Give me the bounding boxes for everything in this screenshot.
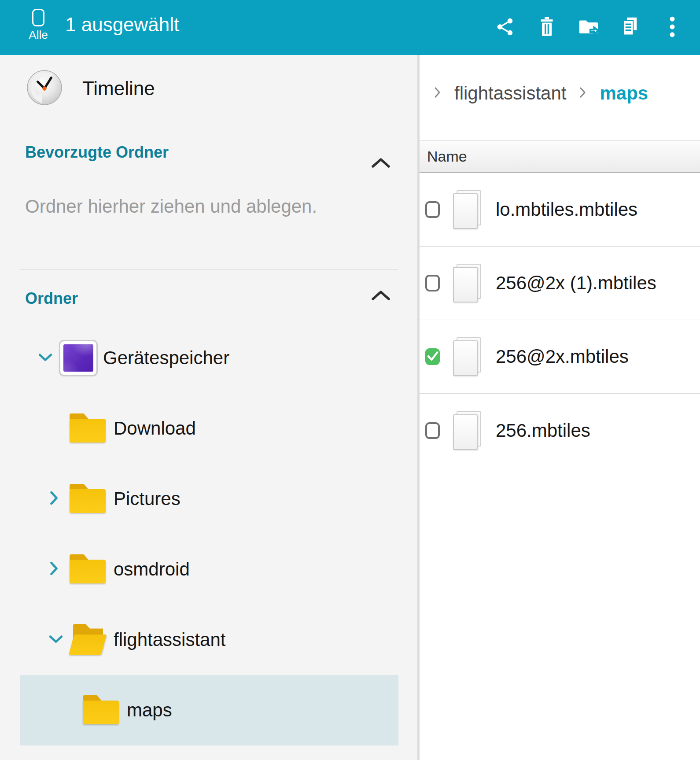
collapse-folders-button[interactable]: [371, 290, 391, 303]
file-icon: [453, 264, 481, 303]
sidebar: Timeline Bevorzugte Ordner Ordner hierhe…: [0, 55, 417, 760]
file-checkbox[interactable]: [425, 348, 440, 365]
move-button[interactable]: [576, 15, 601, 40]
file-checkbox[interactable]: [425, 422, 440, 439]
chevron-up-icon: [371, 295, 391, 303]
tree-item-ger-tespeicher[interactable]: Gerätespeicher: [0, 323, 417, 393]
folder-icon: [70, 484, 107, 514]
tree-item-osmdroid[interactable]: osmdroid: [0, 534, 417, 605]
folders-section-header: Ordner: [25, 289, 78, 308]
file-name: 256@2x.mbtiles: [496, 346, 629, 367]
chevron-right-icon[interactable]: [49, 562, 58, 577]
more-vertical-icon: [669, 16, 675, 39]
folder-icon: [83, 695, 120, 725]
tree-item-label: Gerätespeicher: [103, 347, 229, 369]
device-storage-icon: [59, 340, 98, 376]
chevron-down-icon[interactable]: [39, 353, 52, 363]
copy-button[interactable]: [618, 15, 643, 40]
file-name: 256.mbtiles: [496, 420, 590, 441]
sidebar-item-timeline[interactable]: Timeline: [26, 70, 155, 107]
file-name: lo.mbtiles.mbtiles: [496, 199, 637, 220]
tree-item-label: maps: [127, 700, 172, 721]
file-checkbox[interactable]: [425, 275, 440, 291]
collapse-favorites-button[interactable]: [371, 157, 391, 170]
breadcrumb-item[interactable]: maps: [600, 83, 648, 104]
device-screen: [63, 344, 93, 372]
breadcrumb-chevron-icon: [434, 86, 441, 100]
selected-row-highlight: [20, 675, 398, 745]
select-all-control[interactable]: Alle: [24, 9, 52, 42]
tree-item-pictures[interactable]: Pictures: [0, 464, 417, 534]
file-name: 256@2x (1).mbtiles: [496, 273, 656, 294]
favorites-section-header: Bevorzugte Ordner: [25, 143, 169, 162]
breadcrumb-chevron-icon: [579, 86, 586, 100]
folder-icon: [70, 554, 107, 584]
tree-item-maps[interactable]: maps: [0, 675, 417, 745]
file-icon: [453, 337, 481, 376]
selection-count-title: 1 ausgewählt: [65, 0, 179, 49]
file-checkbox[interactable]: [425, 201, 440, 218]
tree-item-label: osmdroid: [114, 559, 190, 580]
breadcrumb-item[interactable]: flightassistant: [454, 83, 566, 104]
file-icon: [453, 190, 481, 229]
breadcrumb: flightassistantmaps: [434, 81, 648, 106]
copy-icon: [620, 16, 641, 39]
my-files-app: Alle 1 ausgewählt: [0, 0, 700, 760]
more-options-button[interactable]: [660, 15, 685, 40]
timeline-clock-icon: [26, 70, 63, 107]
delete-button[interactable]: [534, 15, 559, 40]
tree-item-label: Download: [114, 418, 196, 439]
file-row[interactable]: 256@2x.mbtiles: [420, 320, 700, 394]
tree-item-label: Pictures: [114, 488, 181, 509]
divider: [20, 139, 398, 139]
app-bar: Alle 1 ausgewählt: [0, 0, 700, 55]
chevron-right-icon[interactable]: [49, 491, 58, 506]
action-bar: [493, 0, 685, 55]
select-all-label: Alle: [29, 28, 48, 42]
file-row[interactable]: 256@2x (1).mbtiles: [420, 247, 700, 320]
tree-item-flightassistant[interactable]: flightassistant: [0, 605, 417, 675]
share-icon: [495, 17, 515, 39]
chevron-up-icon: [371, 162, 391, 170]
tree-item-download[interactable]: Download: [0, 393, 417, 464]
favorites-drop-hint: Ordner hierher ziehen und ablegen.: [25, 196, 317, 217]
folder-open-icon: [70, 624, 107, 656]
folder-icon: [70, 413, 107, 443]
file-row[interactable]: 256.mbtiles: [420, 394, 700, 467]
trash-icon: [537, 16, 556, 39]
select-all-checkbox[interactable]: [32, 9, 44, 26]
share-button[interactable]: [493, 15, 517, 40]
tree-item-label: flightassistant: [114, 629, 225, 650]
name-column-header[interactable]: Name: [420, 140, 700, 173]
timeline-label: Timeline: [82, 77, 155, 100]
divider: [20, 269, 398, 270]
file-list-panel: flightassistantmaps Name lo.mbtiles.mbti…: [420, 55, 700, 760]
file-icon: [453, 411, 481, 450]
check-icon: [426, 349, 439, 364]
move-folder-icon: [578, 16, 600, 40]
chevron-down-icon[interactable]: [49, 635, 63, 645]
file-row[interactable]: lo.mbtiles.mbtiles: [420, 173, 700, 247]
